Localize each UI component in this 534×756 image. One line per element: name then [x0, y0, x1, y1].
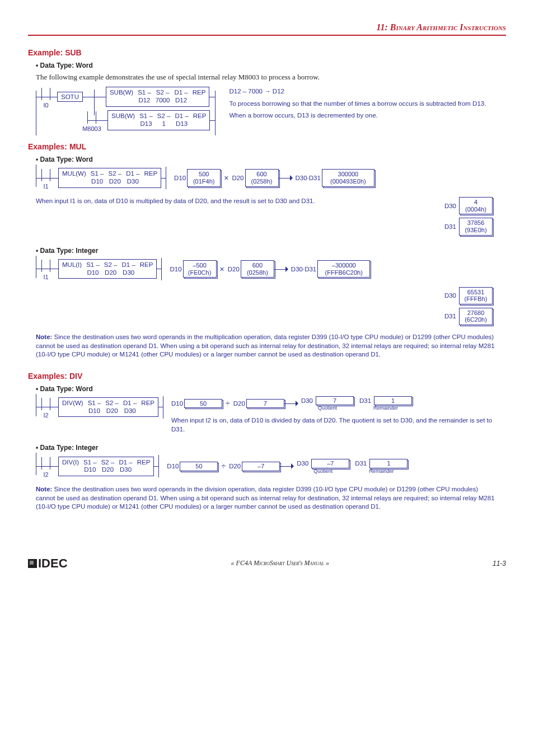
div-i-calc: D10 50 ÷ D20 –7 D30–7 Quotient D311 Rema… [167, 459, 506, 474]
chip-d30-i: 65531(FFFBh) [459, 287, 493, 304]
mul-i-calc: D10 –500(FE0Ch) × D20 600(0258h) D30·D31… [170, 260, 506, 278]
div-w-ladder: I2 DIV(W) S1 –D10 S2 –D20 D1 –D30 REP [36, 396, 163, 419]
contact-m8003: M8003 [87, 118, 96, 124]
mul-i-result-split: D3065531(FFFBh) D3127680(6C20h) [444, 287, 493, 326]
sub-instr-2: SUB(W) S1 –D13 S2 –1 D1 –D13 REP [107, 110, 210, 130]
div-w-note: When input I2 is on, data of D10 is divi… [171, 416, 506, 434]
div-i-box: DIV(I) S1 –D10 S2 –D20 D1 –D30 REP [58, 457, 154, 477]
sotu-box: SOTU [57, 92, 83, 102]
mul-w-calc: D10 500(01F4h) × D20 600(0258h) D30·D31 … [174, 169, 506, 186]
sub-rhs: D12 – 7000 → D12 To process borrowing so… [229, 87, 506, 120]
chip-d20-i: 600(0258h) [241, 260, 274, 278]
mul-w-note: When input I1 is on, data of D10 is mult… [36, 197, 428, 206]
heading-examples-div: Examples: DIV [28, 372, 506, 381]
heading-examples-mul: Examples: MUL [28, 142, 506, 151]
heading-div-int: • Data Type: Integer [36, 444, 506, 452]
chip-d20-di: –7 [242, 462, 280, 471]
heading-example-sub: Example: SUB [28, 48, 506, 57]
mul-w-result-split: D304(0004h) D3137856(93E0h) [444, 197, 493, 236]
mul-note: Note: Since the destination uses two wor… [36, 333, 498, 359]
chip-d31: 37856(93E0h) [459, 218, 493, 235]
sub-instr-1: SUB(W) S1 –D12 S2 –7000 D1 –D12 REP [106, 87, 209, 107]
div-w-box: DIV(W) S1 –D10 S2 –D20 D1 –D30 REP [58, 397, 158, 417]
heading-mul-int: • Data Type: Integer [36, 247, 506, 255]
div-w-calc: D10 50 ÷ D20 7 D307 Quotient D311 Remain… [171, 396, 506, 411]
chip-result-i: –300000(FFFB6C20h) [317, 260, 370, 278]
mul-i-ladder: I1 MUL(I) S1 –D10 S2 –D20 D1 –D30 REP [36, 258, 162, 280]
chip-d10-i: –500(FE0Ch) [183, 260, 217, 278]
sub-rhs-formula: D12 – 7000 → D12 [229, 87, 506, 96]
chip-d20: 600(0258h) [245, 169, 279, 186]
contact-i0: I0 [41, 94, 50, 100]
mul-i-box: MUL(I) S1 –D10 S2 –D20 D1 –D30 REP [58, 259, 157, 279]
logo-square-icon [28, 559, 37, 568]
mul-w-box: MUL(W) S1 –D10 S2 –D20 D1 –D30 REP [58, 168, 161, 188]
chip-d30-dw: 7 [316, 396, 354, 406]
chip-d10-di: 50 [180, 462, 218, 471]
contact-i2: I2 [41, 404, 50, 410]
heading-sub-word: • Data Type: Word [36, 62, 506, 69]
chip-result: 300000(000493E0h) [322, 169, 374, 186]
contact-i1: I1 [41, 175, 50, 181]
chapter-header: 11: Binary Arithmetic Instructions [28, 22, 506, 36]
sub-intro: The following example demonstrates the u… [36, 73, 506, 82]
page-footer: IDEC « FC4A MicroSmart User's Manual » 1… [28, 556, 506, 571]
chip-d10-dw: 50 [184, 399, 222, 408]
chip-d31-di: 1 [369, 459, 407, 468]
chip-d20-dw: 7 [246, 399, 284, 408]
contact-i2-b: I2 [41, 463, 50, 469]
chip-d30-di: –7 [311, 459, 349, 468]
div-i-ladder: I2 DIV(I) S1 –D10 S2 –D20 D1 –D30 REP [36, 455, 159, 477]
note-label: Note: [36, 334, 52, 340]
footer-center: « FC4A MicroSmart User's Manual » [231, 559, 329, 567]
heading-div-word: • Data Type: Word [36, 385, 506, 393]
idec-logo: IDEC [28, 556, 68, 571]
sub-rhs-line2: To process borrowing so that the number … [229, 100, 506, 109]
chapter-number: 11: [376, 22, 387, 32]
sub-ladder: I0 SOTU SUB(W) S1 –D12 S2 –7000 D1 –D12 … [36, 87, 216, 130]
heading-mul-word: • Data Type: Word [36, 156, 506, 163]
chip-d31-dw: 1 [374, 396, 412, 406]
div-note: Note: Since the destination uses two wor… [36, 485, 498, 511]
page-number: 11-3 [493, 560, 506, 567]
contact-i1-b: I1 [41, 266, 50, 272]
chip-d10: 500(01F4h) [187, 169, 221, 186]
note-label: Note: [36, 486, 52, 492]
chip-d31-i: 27680(6C20h) [459, 308, 493, 325]
chapter-title-text: Binary Arithmetic Instructions [390, 22, 506, 32]
mul-w-ladder: I1 MUL(W) S1 –D10 S2 –D20 D1 –D30 REP [36, 167, 166, 189]
chip-d30: 4(0004h) [459, 197, 493, 214]
sub-rhs-line3: When a borrow occurs, D13 is decremented… [229, 111, 506, 120]
